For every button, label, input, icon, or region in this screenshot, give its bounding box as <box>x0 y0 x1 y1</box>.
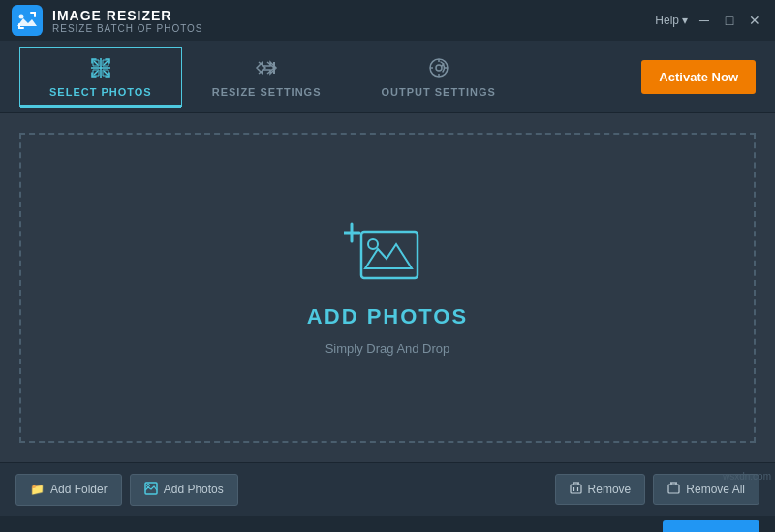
app-title: IMAGE RESIZER <box>52 8 203 23</box>
help-button[interactable]: Help ▾ <box>655 14 688 27</box>
svg-point-12 <box>146 484 149 486</box>
image-icon <box>144 482 158 498</box>
tab-output-settings[interactable]: OUTPUT SETTINGS <box>352 47 526 107</box>
window-controls: Help ▾ ─ □ ✕ <box>655 0 763 41</box>
svg-rect-19 <box>668 485 679 493</box>
folder-icon: 📁 <box>30 483 45 496</box>
watermark: wsxdn.com <box>723 471 771 482</box>
left-toolbar-buttons: 📁 Add Folder Add Photos <box>16 474 238 506</box>
restore-button[interactable]: □ <box>721 14 738 27</box>
bottom-toolbar: 📁 Add Folder Add Photos <box>0 462 775 516</box>
tab-select-photos[interactable]: SELECT PHOTOS <box>19 47 182 107</box>
main-content: ADD PHOTOS Simply Drag And Drop <box>0 113 775 462</box>
tab-resize-settings-label: RESIZE SETTINGS <box>212 86 322 98</box>
tab-select-photos-label: SELECT PHOTOS <box>49 86 152 98</box>
remove-button[interactable]: Remove <box>555 474 646 505</box>
footer: wsxdn.com Next › <box>0 516 775 532</box>
resize-settings-icon <box>255 56 278 82</box>
add-photos-button[interactable]: Add Photos <box>130 474 238 506</box>
svg-point-1 <box>19 15 24 19</box>
add-photos-icon <box>344 220 431 293</box>
add-photos-label: ADD PHOTOS <box>307 304 468 329</box>
app-logo <box>12 5 43 36</box>
tabs-group: SELECT PHOTOS RESIZE SETTINGS <box>19 47 641 107</box>
app-subtitle: RESIZE BATCH OF PHOTOS <box>52 23 203 34</box>
add-folder-button[interactable]: 📁 Add Folder <box>16 474 122 506</box>
svg-rect-13 <box>571 485 581 493</box>
svg-point-6 <box>436 65 442 71</box>
chevron-down-icon: ▾ <box>682 14 688 27</box>
tab-output-settings-label: OUTPUT SETTINGS <box>382 86 496 98</box>
titlebar: IMAGE RESIZER RESIZE BATCH OF PHOTOS Hel… <box>0 0 775 41</box>
output-settings-icon <box>427 56 450 82</box>
select-photos-icon <box>89 56 112 82</box>
close-button[interactable]: ✕ <box>746 14 763 27</box>
next-button[interactable]: Next › <box>663 520 760 532</box>
activate-now-button[interactable]: Activate Now <box>641 60 756 94</box>
tab-resize-settings[interactable]: RESIZE SETTINGS <box>182 47 352 107</box>
remove-icon <box>570 482 582 497</box>
minimize-button[interactable]: ─ <box>696 14 713 27</box>
add-photos-sublabel: Simply Drag And Drop <box>326 341 450 356</box>
app-title-group: IMAGE RESIZER RESIZE BATCH OF PHOTOS <box>52 8 203 34</box>
drop-area[interactable]: ADD PHOTOS Simply Drag And Drop <box>19 133 756 443</box>
tab-navigation: SELECT PHOTOS RESIZE SETTINGS <box>0 41 775 113</box>
svg-point-8 <box>368 239 378 249</box>
svg-rect-0 <box>12 5 43 36</box>
remove-all-icon <box>667 482 680 497</box>
